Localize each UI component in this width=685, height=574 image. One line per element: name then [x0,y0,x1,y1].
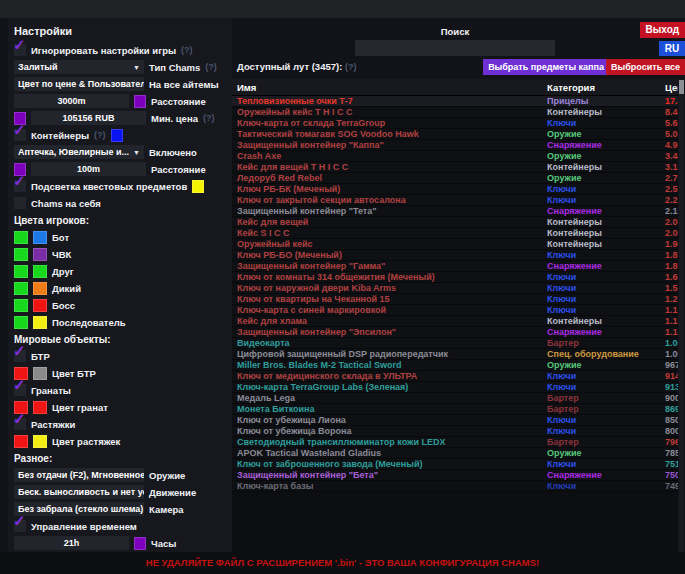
time-control-checkbox[interactable]: ✓ [14,520,26,532]
table-row[interactable]: Защищенный контейнер "Эпсилон" Снаряжени… [232,327,678,338]
player-color-swatch-secondary[interactable] [33,265,47,278]
table-row[interactable]: Защищенный контейнер "Тета" Снаряжение 2… [232,206,678,217]
table-row[interactable]: Ключ от наружной двери Kiba Arms Ключи 1… [232,283,678,294]
table-row[interactable]: Ключ от закрытой секции автосалона Ключи… [232,195,678,206]
search-input[interactable] [355,40,555,56]
btr-color-swatch-secondary[interactable] [33,367,47,380]
player-color-swatch-primary[interactable] [14,265,28,278]
help-hint[interactable]: (?) [203,113,215,123]
item-category: Оружие [547,151,665,161]
table-row[interactable]: Ключ-карта TerraGroup Labs (Зеленая) Клю… [232,382,678,393]
table-scrollbar[interactable] [679,80,684,552]
help-hint[interactable]: (?) [181,45,193,55]
help-hint[interactable]: (?) [94,130,106,140]
table-row[interactable]: Ключ от медицинского склада в УЛЬТРА Клю… [232,371,678,382]
containers-color-swatch[interactable] [111,129,123,142]
player-color-swatch-secondary[interactable] [33,231,47,244]
table-row[interactable]: Ключ от комнаты 314 общежития (Меченый) … [232,272,678,283]
table-row[interactable]: Ключ от квартиры на Чеканной 15 Ключи 1.… [232,294,678,305]
item-category: Снаряжение [547,140,665,150]
column-header-price[interactable]: Цена [665,82,678,93]
item-price: 750.0k [665,470,678,480]
grenades-label: Гранаты [31,385,71,396]
containers-checkbox[interactable]: ✓ [14,129,26,141]
tripwires-checkbox[interactable]: ✓ [14,418,26,430]
table-row[interactable]: Ключ-карта базы Ключи 749.0k [232,481,678,492]
table-row[interactable]: Ледоруб Red Rebel Оружие 2.75kk [232,173,678,184]
table-row[interactable]: APOK Tactical Wasteland Gladius Оружие 7… [232,448,678,459]
btr-checkbox[interactable]: ✓ [14,350,26,362]
grenade-color-swatch-secondary[interactable] [33,401,47,414]
min-price-input[interactable]: 105156 RUB [31,111,146,125]
hours-input[interactable]: 21h [14,536,129,550]
player-color-label: Дикий [52,283,81,294]
scrollbar-thumb[interactable] [679,80,684,94]
player-color-swatch-secondary[interactable] [33,282,47,295]
camera-misc-dropdown[interactable]: Без забрала (стекло шлема) ▼ [14,502,144,516]
table-row[interactable]: Кейс для вещей Контейнеры 2.08kk [232,217,678,228]
weapon-misc-dropdown[interactable]: Без отдачи (F2), Мгновенное п ▼ [14,468,144,482]
ignore-game-settings-checkbox[interactable]: ✓ [14,44,26,56]
language-button[interactable]: RU [659,41,685,56]
help-hint[interactable]: (?) [205,62,217,72]
player-color-swatch-primary[interactable] [14,316,28,329]
table-row[interactable]: Ключ РБ-БО (Меченый) Ключи 1.85kk [232,250,678,261]
help-hint[interactable]: (?) [345,62,357,72]
item-price: 2.05kk [665,228,678,238]
tripwire-color-label: Цвет растяжек [52,436,120,447]
table-row[interactable]: Защищенный контейнер "Каппа" Снаряжение … [232,140,678,151]
table-row[interactable]: Ключ от убежища Лиона Ключи 850.0k [232,415,678,426]
color-mode-dropdown[interactable]: Цвет по цене & Пользователь ▼ [14,77,144,91]
table-row[interactable]: Crash Axe Оружие 3.40kk [232,151,678,162]
meds-dropdown[interactable]: Аптечка, Ювелирные и... ▼ [14,145,144,159]
player-color-swatch-secondary[interactable] [33,248,47,261]
table-row[interactable]: Ключ от заброшенного завода (Меченый) Кл… [232,459,678,470]
chams-type-dropdown[interactable]: Залитый ▼ [14,60,144,74]
player-color-swatch-secondary[interactable] [33,316,47,329]
column-header-name[interactable]: Имя [232,82,547,93]
table-row[interactable]: Видеокарта Бартер 1.06kk [232,338,678,349]
table-row[interactable]: Медаль Lega Бартер 900.0k [232,393,678,404]
table-row[interactable]: Кейс для вещей T H I C C Контейнеры 3.10… [232,162,678,173]
table-row[interactable]: Оружейный кейс T H I C C Контейнеры 8.48… [232,107,678,118]
movement-misc-row: Беск. выносливость и нет уста ▼ Движение [14,485,226,499]
player-color-swatch-primary[interactable] [14,231,28,244]
table-row[interactable]: Ключ-карта от склада TerraGroup Ключи 5.… [232,118,678,129]
exit-button[interactable]: Выход [640,22,685,38]
table-row[interactable]: Цифровой защищенный DSP радиопередатчик … [232,349,678,360]
player-color-swatch-secondary[interactable] [33,299,47,312]
quest-items-checkbox[interactable]: ✓ [14,180,26,192]
table-row[interactable]: Ключ от убежища Ворона Ключи 800.0k [232,426,678,437]
hours-color-swatch[interactable] [134,537,146,550]
player-color-swatch-primary[interactable] [14,248,28,261]
quest-items-color-swatch[interactable] [192,180,204,193]
table-row[interactable]: Кейс для хлама Контейнеры 1.11kk [232,316,678,327]
table-row[interactable]: Кейс S I C C Контейнеры 2.05kk [232,228,678,239]
table-row[interactable]: Защищенный контейнер "Бета" Снаряжение 7… [232,470,678,481]
tripwire-color-swatch-primary[interactable] [14,435,28,448]
tripwire-color-swatch-secondary[interactable] [33,435,47,448]
table-row[interactable]: Miller Bros. Blades M-2 Tactical Sword О… [232,360,678,371]
drop-all-button[interactable]: Выбросить все [606,59,685,75]
item-price: 785.0k [665,448,678,458]
table-row[interactable]: Ключ-карта с синей маркировкой Ключи 1.1… [232,305,678,316]
chams-self-checkbox[interactable] [14,197,26,209]
table-row[interactable]: Светодиодный трансиллюминатор кожи LEDX … [232,437,678,448]
grenades-checkbox[interactable]: ✓ [14,384,26,396]
table-row[interactable]: Оружейный кейс Контейнеры 1.95kk [232,239,678,250]
table-row[interactable]: Тепловизионные очки Т-7 Прицелы 17.33kk [232,96,678,107]
table-row[interactable]: Ключ РБ-БК (Меченый) Ключи 2.58kk [232,184,678,195]
player-color-swatch-primary[interactable] [14,299,28,312]
player-color-swatch-primary[interactable] [14,282,28,295]
table-row[interactable]: Монета Биткоина Бартер 869.6k [232,404,678,415]
player-color-row: Друг [14,264,226,278]
table-row[interactable]: Защищенный контейнер "Гамма" Снаряжение … [232,261,678,272]
select-kappa-items-button[interactable]: Выбрать предметы каппа [483,59,609,75]
table-row[interactable]: Тактический томагавк SOG Voodoo Hawk Ору… [232,129,678,140]
meds-distance-input[interactable]: 100m [31,162,146,176]
column-header-category[interactable]: Категория [547,82,665,93]
movement-misc-dropdown[interactable]: Беск. выносливость и нет уста ▼ [14,485,144,499]
distance-color-swatch[interactable] [134,95,146,108]
distance-input[interactable]: 3000m [14,94,129,108]
item-category: Контейнеры [547,239,665,249]
